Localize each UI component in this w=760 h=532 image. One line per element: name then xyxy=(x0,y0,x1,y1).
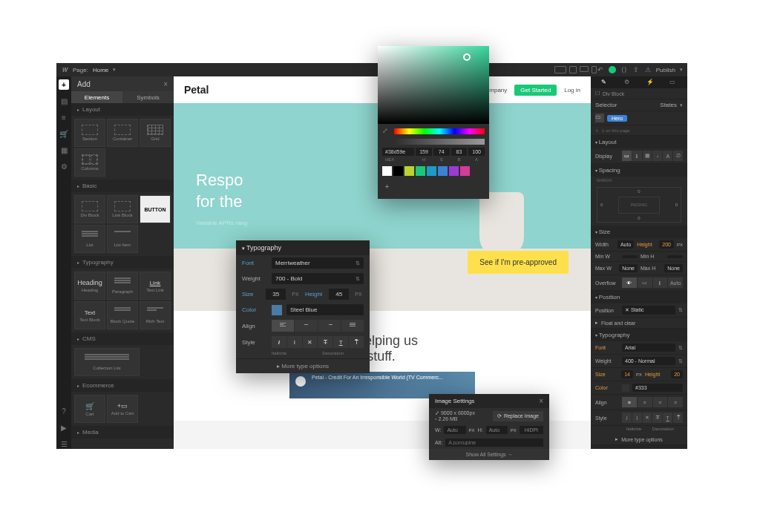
element-section[interactable]: Section xyxy=(74,119,105,147)
display-inline-block[interactable]: ▫ xyxy=(652,151,662,161)
italic-off[interactable]: I xyxy=(632,413,642,423)
desktop-icon[interactable] xyxy=(554,66,566,73)
element-button[interactable]: BUTTON xyxy=(140,195,171,223)
swatch[interactable] xyxy=(427,166,436,176)
font-select[interactable]: Merriweather⇅ xyxy=(272,257,364,269)
align-justify-btn[interactable] xyxy=(341,320,364,332)
publish-button[interactable]: Publish xyxy=(656,67,675,73)
align-left[interactable]: ≡ xyxy=(622,397,637,407)
tab-elements[interactable]: Elements xyxy=(71,91,122,103)
breadcrumb[interactable]: Div Block xyxy=(603,91,624,96)
italic-btn[interactable]: I xyxy=(622,413,632,423)
color-chip[interactable] xyxy=(272,305,282,315)
brush-icon[interactable]: ✎ xyxy=(601,79,609,86)
section-media[interactable]: Media xyxy=(71,426,174,439)
more-type-options[interactable]: ▸ More type options xyxy=(236,358,370,373)
close-icon[interactable]: × xyxy=(539,397,543,405)
code-icon[interactable]: ⟨⟩ xyxy=(620,66,628,73)
element-text-link[interactable]: LinkText Link xyxy=(140,272,171,300)
section-typography[interactable]: Typography xyxy=(591,329,687,341)
cms-icon[interactable]: ≡ xyxy=(59,112,69,122)
element-list-item[interactable]: List Item xyxy=(107,225,138,253)
section-basic[interactable]: Basic xyxy=(71,180,174,192)
element-rich-text[interactable]: Rich Text xyxy=(140,301,171,329)
section-ecommerce[interactable]: Ecommerce xyxy=(71,379,174,392)
b-input[interactable]: 83 xyxy=(451,148,468,156)
add-icon[interactable]: + xyxy=(59,79,69,90)
swatch[interactable] xyxy=(404,166,414,176)
tab-symbols[interactable]: Symbols xyxy=(122,91,174,103)
color-cursor[interactable] xyxy=(463,53,471,61)
deco-strike-btn[interactable]: T̶ xyxy=(318,336,332,348)
replace-image-button[interactable]: ⟳Replace Image xyxy=(493,411,543,421)
width-input[interactable]: Auto xyxy=(444,426,465,434)
display-inline[interactable]: A xyxy=(663,151,672,161)
hidpi-toggle[interactable]: HiDPI xyxy=(520,426,543,434)
deco-strike[interactable]: T̶ xyxy=(652,413,662,423)
ecommerce-icon[interactable]: 🛒 xyxy=(59,128,69,139)
show-all-settings[interactable]: Show All Settings → xyxy=(429,449,549,460)
deco-none-btn[interactable]: ✕ xyxy=(303,336,318,348)
maxw-input[interactable]: None xyxy=(619,264,638,272)
assets-icon[interactable]: ▦ xyxy=(59,145,69,155)
nav-get-started[interactable]: Get Started xyxy=(514,85,557,96)
hero-subtext[interactable]: Variable APRs rang xyxy=(196,220,591,226)
section-spacing[interactable]: Spacing xyxy=(591,164,687,177)
audit-icon[interactable]: ⚠ xyxy=(644,66,652,73)
section-position[interactable]: Position xyxy=(591,291,687,303)
pages-icon[interactable]: ▤ xyxy=(59,96,69,106)
height-input[interactable]: 200 xyxy=(659,240,674,249)
lineheight-input[interactable]: 20 xyxy=(671,370,683,378)
tablet-landscape-icon[interactable] xyxy=(580,66,589,72)
element-icon[interactable]: ▭ xyxy=(669,79,677,86)
align-center-btn[interactable] xyxy=(295,320,317,332)
section-size[interactable]: Size xyxy=(591,226,687,238)
support-icon[interactable]: ☰ xyxy=(59,439,69,449)
deco-none[interactable]: ✕ xyxy=(643,413,652,423)
weight-select[interactable]: 400 - Normal xyxy=(622,357,675,365)
swatch[interactable] xyxy=(382,166,392,176)
height-input[interactable]: Auto xyxy=(486,426,508,434)
tablet-icon[interactable] xyxy=(569,66,577,73)
h-input[interactable]: 159 xyxy=(416,148,432,156)
element-text-block[interactable]: TextText Block xyxy=(74,301,105,329)
section-backgrounds[interactable]: Backgrounds xyxy=(591,445,687,449)
hex-input[interactable]: #38d59e xyxy=(382,148,414,156)
video-icon[interactable]: ▶ xyxy=(59,422,69,433)
deco-under-btn[interactable]: T xyxy=(333,336,348,348)
settings-icon[interactable]: ⚙ xyxy=(59,161,69,171)
align-left-btn[interactable] xyxy=(272,320,294,332)
align-right-btn[interactable] xyxy=(318,320,341,332)
minh-input[interactable] xyxy=(667,255,683,258)
add-swatch-icon[interactable]: + xyxy=(382,182,392,191)
swatch[interactable] xyxy=(460,166,470,176)
element-collection-list[interactable]: Collection List xyxy=(74,348,140,376)
section-layout[interactable]: Layout xyxy=(591,136,687,148)
element-paragraph[interactable]: Paragraph xyxy=(107,272,138,300)
overflow-scroll[interactable]: ⫿ xyxy=(653,278,668,288)
section-layout[interactable]: Layout xyxy=(71,103,174,116)
element-heading[interactable]: HeadingHeading xyxy=(74,272,105,300)
overflow-auto[interactable]: Auto xyxy=(668,278,683,288)
gear-icon[interactable]: ⚙ xyxy=(624,79,632,86)
display-block[interactable]: ▭ xyxy=(622,151,632,161)
close-icon[interactable]: × xyxy=(163,80,168,88)
s-input[interactable]: 74 xyxy=(433,148,450,156)
a-input[interactable]: 100 xyxy=(468,148,485,156)
page-name[interactable]: Home xyxy=(93,67,108,73)
play-icon[interactable] xyxy=(295,376,306,387)
typography-header[interactable]: Typography xyxy=(236,240,370,255)
color-gradient-field[interactable] xyxy=(378,46,489,124)
swatch[interactable] xyxy=(416,166,425,176)
logo-icon[interactable]: 𝙒 xyxy=(61,66,68,73)
element-block-quote[interactable]: Block Quote xyxy=(107,301,138,329)
element-link-block[interactable]: Link Block xyxy=(107,195,138,223)
display-none[interactable]: ∅ xyxy=(673,151,683,161)
overflow-visible[interactable]: 👁 xyxy=(622,278,637,288)
swatch[interactable] xyxy=(449,166,459,176)
position-select[interactable]: ✕ Static xyxy=(622,306,675,315)
display-flex[interactable]: ⫿ xyxy=(632,151,642,161)
deco-over[interactable]: T̄ xyxy=(673,413,683,423)
chevron-down-icon[interactable]: ▾ xyxy=(680,67,683,73)
section-cms[interactable]: CMS xyxy=(71,332,174,345)
